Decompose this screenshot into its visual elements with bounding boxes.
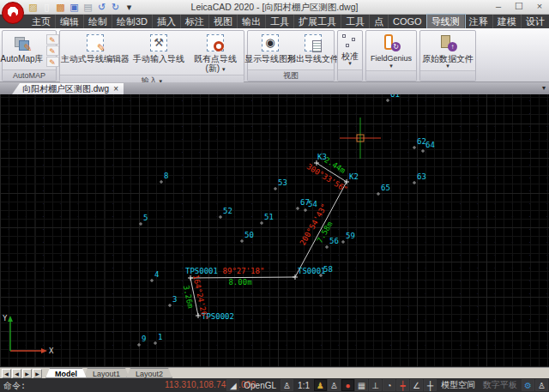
automap-group-label[interactable]: AutoMAP: [3, 69, 56, 81]
raw-data-file-button[interactable]: ↑ 原始数据文件 ▾: [420, 32, 475, 69]
ucs-arrowhead: [41, 348, 47, 353]
model-space-label[interactable]: 模型空间: [437, 379, 479, 391]
layout-nav-icon-1[interactable]: ◀: [12, 369, 21, 378]
point-label: 53: [278, 179, 287, 187]
manual-input-icon: ⚒: [149, 33, 168, 52]
point-label: 51: [264, 214, 274, 221]
menu-tab-插入[interactable]: 插入: [153, 15, 181, 28]
menu-tab-工具[interactable]: 工具: [266, 15, 294, 28]
user-add-icon[interactable]: ♙: [328, 379, 341, 391]
document-close-icon[interactable]: ×: [113, 83, 118, 94]
menu-tab-视图[interactable]: 视图: [209, 15, 238, 28]
list-traverse-icon: [304, 33, 323, 52]
osnap-icon[interactable]: ┿: [396, 379, 409, 391]
drawing-canvas[interactable]: 6162646365538552515067545659584391TPS000…: [0, 94, 549, 367]
layout-tab-layout2[interactable]: Layout2: [126, 368, 172, 378]
point-label: 4: [154, 271, 159, 279]
opengl-label: OpenGL: [240, 381, 280, 390]
automap-lib-button[interactable]: ✎ AutoMap库: [0, 32, 45, 69]
menu-tab-编辑[interactable]: 编辑: [56, 15, 84, 28]
station-label: K2: [349, 173, 359, 181]
menu-tab-点[interactable]: 点: [370, 15, 389, 28]
show-traverse-graphics-button[interactable]: ◉ 显示导线图形: [248, 32, 293, 69]
active-traverse-editor-button[interactable]: ✎ 主动式导线编辑器: [61, 32, 130, 74]
menu-tab-绘制[interactable]: 绘制: [84, 15, 112, 28]
traverse-editor-icon: ✎: [86, 33, 105, 52]
fieldgenius-button[interactable]: ↻ FieldGenius ▾: [369, 32, 413, 69]
manual-input-traverse-button[interactable]: ⚒ 手动输入导线: [130, 32, 188, 74]
point-label: 50: [244, 232, 254, 239]
point-label: 1: [158, 334, 162, 341]
dynamic-ucs-icon[interactable]: ◢: [226, 379, 239, 391]
point-label: 54: [308, 201, 317, 208]
ribbon: ✎ AutoMap库 ✎ ✎ ✎ AutoMAP ✎ 主动式导线编辑器: [0, 28, 549, 82]
menu-tab-扩展工具[interactable]: 扩展工具: [294, 15, 341, 28]
users-icon[interactable]: ♟: [314, 379, 327, 391]
menu-tab-主页[interactable]: 主页: [27, 15, 56, 28]
user-icon[interactable]: ♙: [281, 379, 293, 391]
automap-icon: ✎: [13, 33, 32, 52]
point-label: 3: [172, 296, 177, 304]
menu-tab-标注[interactable]: 标注: [181, 15, 209, 28]
menu-tab-注释[interactable]: 注释: [465, 15, 493, 28]
menu-tab-导线测[interactable]: 导线测: [427, 15, 465, 28]
ucs-y-label: Y: [3, 315, 7, 323]
menu-tab-绘制3D[interactable]: 绘制3D: [112, 15, 153, 28]
layout-tab-model[interactable]: Model: [45, 368, 87, 378]
station-label: TPS0001: [185, 268, 218, 275]
angle-snap-icon[interactable]: ∠: [410, 379, 423, 391]
document-tab-bar: 向阳村棚户区测图.dwg × ▾: [0, 82, 549, 94]
settings-gear-icon[interactable]: ⚙: [522, 379, 534, 391]
status-bar: 命令: 113.310,108.743,0.000 ◢OpenGL♙1:1♟♙●…: [0, 378, 549, 392]
point-label: 8: [164, 172, 168, 180]
user-small-icon[interactable]: ♙: [535, 379, 548, 391]
menu-tab-工具[interactable]: 工具: [341, 15, 370, 28]
doc-tabs-menu-icon[interactable]: ▾: [542, 84, 546, 92]
menu-tab-建模[interactable]: 建模: [493, 15, 522, 28]
leicacad-window: ▨▯▩▣▤↺↻▾ LeicaCAD 2020 - [向阳村棚户区测图.dwg] …: [0, 0, 549, 392]
view-group-label[interactable]: 视图: [248, 69, 334, 81]
automap-mini-button-2[interactable]: ✎: [46, 45, 59, 56]
polar-tracking-icon[interactable]: ◔: [383, 379, 395, 391]
layout-nav-icon-3[interactable]: ▶: [33, 369, 42, 378]
layout-tab-bar: ◀◀▶▶ ModelLayout1Layout2: [0, 367, 549, 378]
tablet-label: 数字平板: [480, 379, 521, 391]
existing-point-traverse-button[interactable]: 既有点导线 (新) ▾: [188, 32, 243, 74]
menu-tab-输出[interactable]: 输出: [238, 15, 266, 28]
distance-annotation: 8.00m: [228, 279, 251, 286]
angle-annotation: 89°27'18": [223, 268, 265, 275]
point-label: 52: [223, 208, 232, 215]
window-title: LeicaCAD 2020 - [向阳村棚户区测图.dwg]: [0, 2, 549, 14]
cad-geometry: [0, 94, 549, 367]
point-label: 56: [329, 238, 339, 245]
calibrate-button[interactable]: 校准 ▾: [340, 32, 360, 69]
close-button[interactable]: ×: [534, 1, 546, 12]
list-traverse-file-button[interactable]: 列出导线文件: [293, 32, 334, 69]
menu-tab-COGO[interactable]: COGO: [389, 15, 427, 28]
point-label: 5: [143, 214, 148, 222]
existing-points-icon: [206, 33, 225, 52]
annotation-scale-label[interactable]: 1:1: [294, 381, 313, 390]
crosshair-toggle-icon[interactable]: ┼: [424, 379, 437, 391]
layout-tab-layout1[interactable]: Layout1: [83, 368, 130, 378]
document-tab-label: 向阳村棚户区测图.dwg: [22, 83, 109, 94]
ortho-icon[interactable]: ⊥: [369, 379, 382, 391]
document-tab[interactable]: 向阳村棚户区测图.dwg ×: [12, 83, 124, 94]
ucs-x-label: X: [49, 347, 53, 355]
menu-tab-设计[interactable]: 设计: [522, 15, 549, 28]
command-line[interactable]: 命令:: [3, 380, 26, 392]
automap-mini-button-1[interactable]: ✎: [46, 34, 59, 45]
minimize-button[interactable]: –: [492, 1, 504, 12]
point-label: 65: [381, 184, 390, 192]
grid-icon[interactable]: ▦: [355, 379, 368, 391]
app-logo-icon[interactable]: [2, 2, 24, 24]
snap-dot-icon[interactable]: ●: [341, 379, 354, 391]
raw-data-icon: ↑: [438, 33, 457, 52]
title-bar: ▨▯▩▣▤↺↻▾ LeicaCAD 2020 - [向阳村棚户区测图.dwg] …: [0, 0, 549, 15]
station-label: TS0001: [298, 268, 326, 275]
point-label: 64: [425, 142, 435, 149]
layout-nav-icon-2[interactable]: ▶: [22, 369, 32, 378]
layout-nav-icon-0[interactable]: ◀: [2, 369, 11, 378]
maximize-button[interactable]: ☐: [513, 1, 525, 12]
automap-mini-button-3[interactable]: ✎: [46, 57, 59, 67]
